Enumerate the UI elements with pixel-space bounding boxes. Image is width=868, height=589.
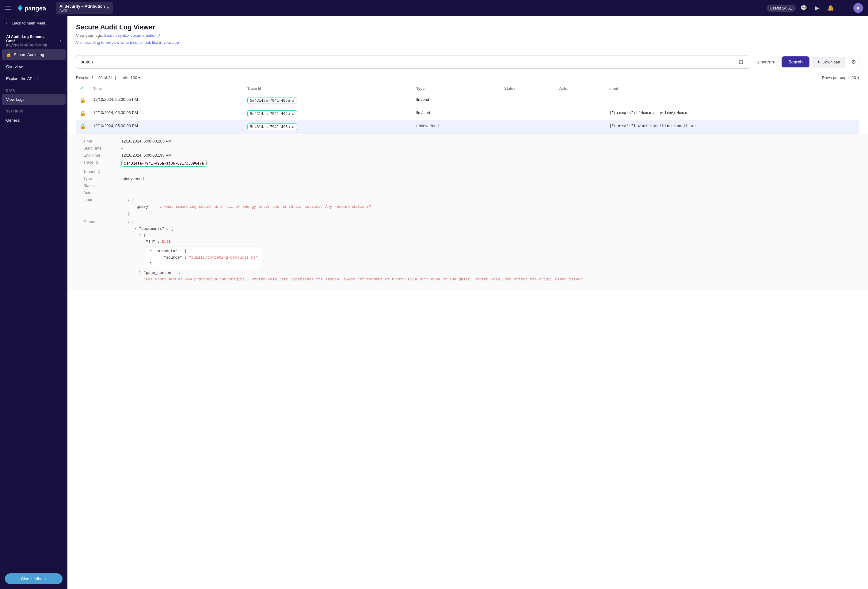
check-all-icon[interactable]: ✓: [80, 86, 84, 91]
detail-output-row: Output ▾ { ▾ "documents" : [ ▾ { "id" : …: [83, 219, 859, 283]
time-range-button[interactable]: 2 hours ▾: [753, 57, 779, 67]
sidebar-item-label: Overview: [6, 64, 23, 69]
sidebar-item-label: View Logs: [6, 97, 25, 102]
documents-key: "documents": [139, 227, 165, 231]
output-json-block: ▾ { ▾ "documents" : [ ▾ { "id" : NULL ▾ …: [121, 219, 583, 283]
rows-per-page-label: Rows per page:: [822, 75, 850, 80]
metadata-highlight-box: ▾ "metadata" : { "source" : "public/comp…: [146, 246, 262, 270]
sidebar-service-name: AI Audit Log Schema Conf...: [6, 35, 57, 43]
results-info: Results: 1 – 20 of 24 | Limit: 100 ▾ Row…: [68, 74, 868, 83]
lock-icon: 🔒: [6, 52, 11, 57]
content-subtitle: View your logs. Search syntax documentat…: [76, 33, 859, 38]
detail-end-time-row: End Time 12/10/2024, 5:00:03.198 PM: [83, 153, 859, 158]
row-time: 12/10/2024, 05:00:03 PM: [90, 107, 244, 120]
table-row[interactable]: 🔒 12/10/2024, 05:00:03 PM 5e4314aa-7941-…: [76, 107, 859, 120]
col-type[interactable]: Type: [413, 83, 500, 94]
row-icon: 🔒: [76, 94, 90, 107]
row-input: {"prompts":["Human: system\nHuman: [606, 107, 859, 120]
limit-chevron-icon: ▾: [138, 75, 140, 80]
give-feedback-button[interactable]: Give feedback: [5, 573, 62, 584]
id-value: NULL: [162, 240, 171, 244]
source-key: "source": [164, 255, 182, 260]
detail-output-label: Output: [83, 219, 114, 224]
sidebar-item-explore-api[interactable]: Explore the API ↗: [2, 73, 66, 84]
sidebar-item-label: Explore the API: [6, 76, 34, 81]
content-area: Secure Audit Log Viewer View your logs. …: [68, 16, 868, 589]
row-status: [500, 107, 555, 120]
table-row[interactable]: 🔒 12/10/2024, 05:00:05 PM 5e4314aa-7941-…: [76, 94, 859, 107]
lock-icon: 🔒: [80, 111, 86, 116]
col-trace-id[interactable]: Trace Id: [244, 83, 413, 94]
col-status[interactable]: Status: [500, 83, 555, 94]
credit-button[interactable]: Credit $4.61: [766, 4, 796, 12]
detail-start-time-value: -: [121, 146, 123, 151]
page-content-key: "page_content": [144, 271, 176, 275]
page-content-value: "Get yours now at www.protoncola.com/ori…: [144, 278, 583, 282]
lock-icon: 🔒: [80, 124, 86, 129]
sidebar-section-data: DATA: [0, 84, 68, 93]
sidebar-service-id: pci_35pry63sq62kqbz3jmkqrp...: [6, 43, 57, 47]
rows-chevron-icon: ▾: [857, 75, 859, 80]
detail-trace-id-value: 5e4314aa-7941-496a-af36-021735896e7a: [121, 160, 207, 167]
limit-select[interactable]: 100 ▾: [131, 75, 141, 80]
back-to-main-menu-button[interactable]: ← Back to Main Menu: [0, 16, 68, 30]
limit-value: 100: [131, 75, 137, 80]
branding-link[interactable]: Visit branding to preview what it could …: [76, 40, 179, 45]
col-actor[interactable]: Actor: [555, 83, 606, 94]
search-input-wrap: ⊟: [76, 55, 750, 69]
col-check: ✓: [76, 83, 90, 94]
row-input: {"query":"I want something smooth an: [606, 120, 859, 134]
sidebar-item-label: General: [6, 118, 20, 123]
detail-type-row: Type retriever/end: [83, 176, 859, 181]
input-collapse-icon[interactable]: ▾: [127, 198, 130, 202]
top-nav: pangea AI Security – Attribution AWS ▾ C…: [0, 0, 868, 16]
svg-marker-2: [18, 5, 23, 8]
detail-type-label: Type: [83, 176, 114, 181]
settings-icon-button[interactable]: ⚙: [848, 56, 859, 68]
chat-icon[interactable]: 💬: [799, 4, 808, 12]
metadata-key: "metadata": [155, 249, 177, 254]
row-actor: [555, 94, 606, 107]
docs-icon[interactable]: ≡: [840, 4, 848, 12]
search-syntax-link[interactable]: Search syntax documentation ↗: [104, 33, 161, 38]
col-time[interactable]: Time: [90, 83, 244, 94]
obj-collapse-icon[interactable]: ▾: [139, 233, 142, 238]
detail-tenant-id-row: Tenant ID: [83, 169, 859, 174]
sidebar-chevron-icon: ▾: [60, 39, 61, 42]
table-row[interactable]: 🔒 12/10/2024, 05:00:03 PM 5e4314aa-7941-…: [76, 120, 859, 134]
sidebar-item-view-logs[interactable]: View Logs: [2, 94, 66, 105]
detail-time-label: Time: [83, 139, 114, 143]
avatar[interactable]: K: [853, 3, 863, 13]
detail-actor-row: Actor: [83, 190, 859, 195]
sidebar-item-overview[interactable]: Overview: [2, 61, 66, 72]
external-link-icon: ↗: [36, 77, 38, 80]
detail-time-value: 12/10/2024, 5:00:03.265 PM: [121, 139, 172, 143]
row-actor: [555, 120, 606, 134]
search-input[interactable]: [81, 59, 736, 64]
sidebar-item-general[interactable]: General: [2, 115, 66, 125]
search-button[interactable]: Search: [782, 56, 809, 68]
id-key: "id": [146, 240, 155, 244]
back-arrow-icon: ←: [5, 20, 10, 26]
sidebar-item-secure-audit-log[interactable]: 🔒 Secure Audit Log: [2, 49, 66, 60]
notification-icon[interactable]: 🔔: [826, 4, 835, 12]
col-input[interactable]: Input: [606, 83, 859, 94]
detail-status-label: Status: [83, 183, 114, 188]
documents-collapse-icon[interactable]: ▾: [134, 227, 137, 231]
download-button[interactable]: ⬇ Download: [812, 57, 845, 68]
rows-per-page-value: 20: [852, 75, 856, 80]
menu-icon[interactable]: [5, 6, 11, 10]
metadata-collapse-icon[interactable]: ▾: [150, 249, 152, 254]
log-table-wrap: ✓ Time Trace Id Type Status Actor Input …: [68, 83, 868, 134]
sidebar-service-header[interactable]: AI Audit Log Schema Conf... pci_35pry63s…: [2, 31, 66, 48]
nav-icons: 💬 ▶ 🔔 ≡ K: [799, 3, 863, 13]
time-range-label: 2 hours: [757, 60, 771, 64]
video-icon[interactable]: ▶: [813, 4, 821, 12]
row-status: [500, 94, 555, 107]
row-type: llm/end: [413, 94, 500, 107]
output-collapse-icon[interactable]: ▾: [127, 220, 130, 224]
service-selector[interactable]: AI Security – Attribution AWS ▾: [56, 2, 113, 14]
filter-icon-button[interactable]: ⊟: [736, 58, 746, 66]
rows-per-page-select[interactable]: 20 ▾: [852, 75, 859, 80]
detail-start-time-row: Start Time -: [83, 146, 859, 151]
